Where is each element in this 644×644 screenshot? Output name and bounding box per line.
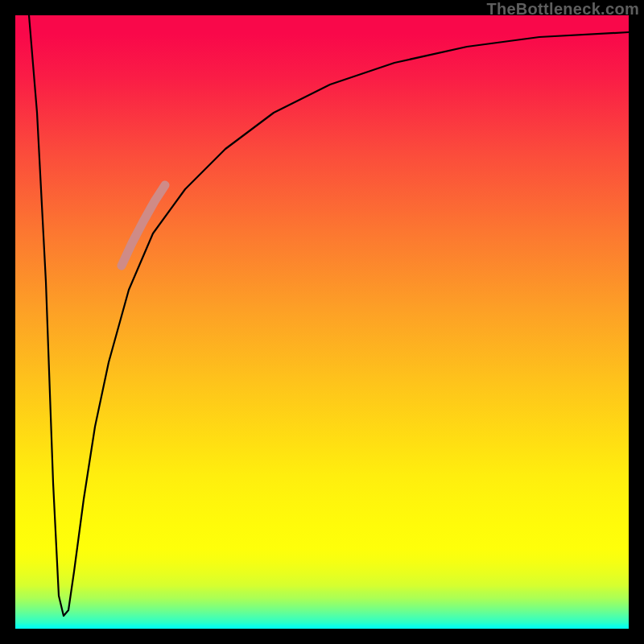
gradient-plot-area — [15, 15, 629, 629]
watermark-text: TheBottleneck.com — [486, 0, 639, 19]
chart-frame: TheBottleneck.com — [0, 0, 644, 644]
